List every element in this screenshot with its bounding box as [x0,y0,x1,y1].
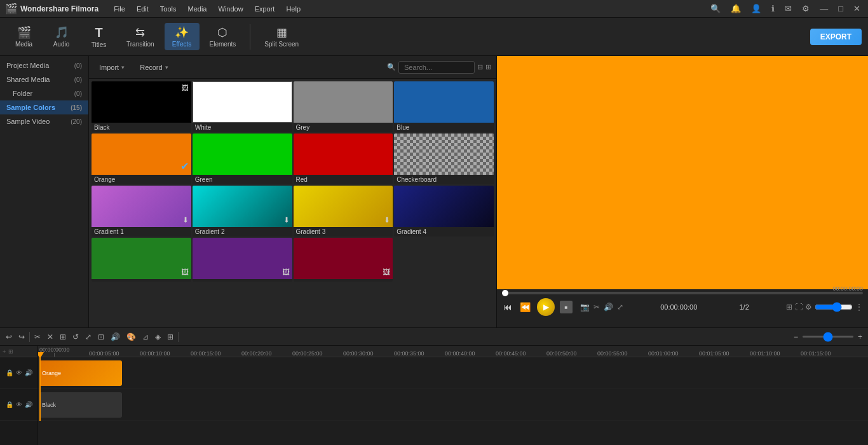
media-item-gradient3[interactable]: ⬇ Gradient 3 [294,186,393,236]
search-top-icon[interactable]: 🔍 [708,3,723,15]
panel-project-media[interactable]: Project Media (0) [0,58,88,72]
zoom-out-btn[interactable]: − [792,331,800,343]
settings2-icon[interactable]: ⚙ [805,303,812,312]
scissor-icon[interactable]: ✂ [593,303,600,312]
progress-bar[interactable]: 00:00:00:00 [502,292,863,294]
progress-dot[interactable] [502,290,508,296]
media-item-red[interactable]: Red [294,134,393,184]
settings-icon[interactable]: ⚙ [799,3,812,15]
lock-icon[interactable]: 🔒 [6,369,13,376]
media-item-grey[interactable]: Grey [294,81,393,132]
media-item-blue[interactable]: Blue [394,81,494,132]
play-button[interactable]: ▶ [537,298,555,316]
zoom-slider[interactable] [815,302,853,312]
media-item-gradient2[interactable]: ⬇ Gradient 2 [193,186,292,236]
timeline-toolbar: ↩ ↪ ✂ ✕ ⊞ ↺ ⤢ ⊡ 🔊 🎨 ⊿ ◈ ⊞ − + [0,328,868,346]
redo-button[interactable]: ↪ [17,331,27,343]
eye-icon[interactable]: 👁 [16,369,22,376]
toolbar-elements[interactable]: ⬡ Elements [202,23,244,50]
crop-button[interactable]: ⊞ [58,331,68,343]
panel-sample-colors[interactable]: Sample Colors (15) [0,100,88,114]
toolbar-titles[interactable]: T Titles [81,23,116,51]
camera-icon[interactable]: 📷 [580,303,590,312]
rotate-button[interactable]: ↺ [71,331,81,343]
media-item-black[interactable]: 🖼 Black [92,81,191,132]
media-item-gradient4[interactable]: Gradient 4 [394,186,494,236]
pip2-button[interactable]: ⊞ [165,331,175,343]
timeline-zoom-slider[interactable] [803,336,853,338]
audio-track-icon[interactable]: 🔊 [25,369,32,376]
eye-icon2[interactable]: 👁 [16,401,22,408]
menu-export[interactable]: Export [250,4,280,14]
step-back-button[interactable]: ⏪ [519,301,532,313]
toolbar-separator [250,24,250,50]
titles-icon: T [95,25,102,40]
stop-button[interactable]: ■ [560,301,573,313]
ruler-tick-30: 00:00:30:00 [343,350,374,357]
menu-window[interactable]: Window [214,4,248,14]
search-input[interactable] [398,61,475,74]
left-panel: Project Media (0) Shared Media (0) Folde… [0,56,89,327]
toolbar-splitscreen[interactable]: ▦ Split Screen [257,23,306,50]
rewind-button[interactable]: ⏮ [502,301,513,313]
menu-edit[interactable]: Edit [132,4,154,14]
media-item-gradient1[interactable]: ⬇ Gradient 1 [92,186,191,236]
audio-icon2[interactable]: 🔊 [604,303,613,312]
speed-button[interactable]: ⊡ [96,331,106,343]
login-icon[interactable]: 👤 [749,3,764,15]
menu-media[interactable]: Media [183,4,212,14]
toolbar-transition[interactable]: ⇆ Transition [119,23,162,50]
toolbar-effects[interactable]: ✨ Effects [165,23,200,50]
magnet-icon[interactable]: ⊞ [8,348,13,355]
media-item-r5c1[interactable]: 🖼 [92,238,191,282]
zoom-icon[interactable]: ⤢ [617,303,623,312]
timeline-content: + ⊞ 🔒 👁 🔊 🔒 👁 🔊 00:00:00:00 [0,346,868,445]
export-button[interactable]: EXPORT [810,29,862,45]
zoom-in-btn[interactable]: + [856,331,864,343]
menu-file[interactable]: File [109,4,130,14]
download-icon3: ⬇ [384,216,390,224]
playhead[interactable] [39,357,41,421]
panel-folder[interactable]: Folder (0) [0,86,88,100]
maximize-icon[interactable]: □ [836,3,846,15]
menu-tools[interactable]: Tools [155,4,182,14]
stabilize-button[interactable]: ⊿ [140,331,151,343]
audio-track-icon2[interactable]: 🔊 [25,401,32,408]
media-item-orange[interactable]: ✔ Orange [92,134,191,184]
message-icon[interactable]: ✉ [782,3,794,15]
undo-button[interactable]: ↩ [4,331,14,343]
black-clip[interactable]: Black [39,392,122,418]
media-item-green[interactable]: Green [193,134,292,184]
mirror-button[interactable]: ⤢ [83,331,93,343]
color-button[interactable]: 🎨 [125,331,138,343]
media-item-r5c2[interactable]: 🖼 [193,238,292,282]
filter-icon[interactable]: ⊟ [477,63,483,71]
more-icon[interactable]: ⋮ [855,303,863,312]
import-button[interactable]: Import ▾ [94,62,130,73]
motion-button[interactable]: ◈ [153,331,163,343]
panel-shared-media[interactable]: Shared Media (0) [0,72,88,86]
lock-icon2[interactable]: 🔒 [6,401,13,408]
ruler-tick-0: 00:00:00:00 [39,346,70,357]
media-item-white[interactable]: White [193,81,292,132]
info-icon[interactable]: ℹ [769,3,777,15]
record-button[interactable]: Record ▾ [135,62,173,73]
grid-icon[interactable]: ⊞ [485,63,491,71]
close-icon[interactable]: ✕ [851,3,863,15]
toolbar-media[interactable]: 🎬 Media [6,23,41,50]
pip-icon[interactable]: ⊞ [786,303,792,312]
menu-help[interactable]: Help [281,4,306,14]
minimize-icon[interactable]: — [817,3,831,15]
media-item-r5c3[interactable]: 🖼 [294,238,393,282]
cut-button[interactable]: ✂ [32,331,43,343]
delete-button[interactable]: ✕ [45,331,55,343]
notification-icon[interactable]: 🔔 [728,3,743,15]
media-item-checkerboard[interactable]: Checkerboard [394,134,494,184]
add-track-icon[interactable]: + [3,348,6,355]
fullscreen-icon[interactable]: ⛶ [795,303,803,312]
audio2-button[interactable]: 🔊 [109,331,122,343]
orange-clip[interactable]: Orange [39,360,122,386]
panel-sample-video[interactable]: Sample Video (20) [0,114,88,128]
toolbar-audio[interactable]: 🎵 Audio [44,23,79,50]
timeline-scale: − + [792,331,864,343]
